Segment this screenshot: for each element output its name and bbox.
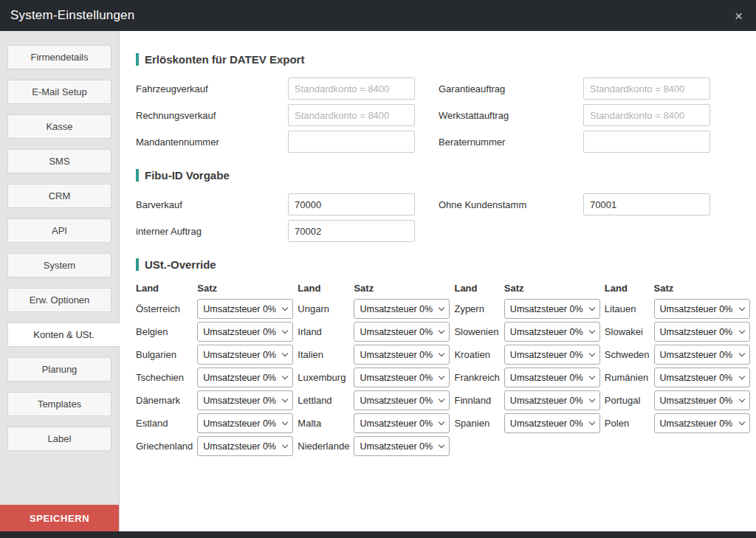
sidebar-item-planung[interactable]: Planung — [7, 357, 111, 382]
ust-country-label: Belgien — [136, 326, 193, 337]
ust-country-label: Luxemburg — [298, 372, 349, 383]
field-rechnungsverkauf[interactable] — [288, 104, 415, 126]
ust-rate-select-ungarn[interactable]: Umsatzsteuer 0% — [354, 299, 450, 319]
section-ust: USt.-Override LandSatzLandSatzLandSatzLa… — [136, 258, 746, 456]
ust-country-label: Bulgarien — [136, 349, 193, 360]
field-beraternummer[interactable] — [583, 131, 710, 153]
accent-bar — [136, 53, 139, 66]
ust-country-label: Kroatien — [454, 349, 499, 360]
window-bottom-edge — [0, 531, 756, 538]
ust-rate-select-sterreich[interactable]: Umsatzsteuer 0% — [197, 299, 293, 319]
ust-country-label: Lettland — [298, 395, 349, 406]
close-icon[interactable]: × — [733, 7, 744, 24]
ust-rate-select-kroatien[interactable]: Umsatzsteuer 0% — [504, 345, 600, 365]
field-interner-auftrag[interactable] — [288, 220, 415, 242]
ust-satz-header: Satz — [504, 283, 600, 296]
section-title-text: Erlöskonten für DATEV Export — [145, 53, 304, 66]
ust-country-label: Malta — [298, 418, 349, 429]
ust-land-header: Land — [605, 283, 650, 296]
ust-rate-select-d-nemark[interactable]: Umsatzsteuer 0% — [197, 390, 293, 410]
ust-country-label: Frankreich — [454, 372, 499, 383]
sidebar-item-label[interactable]: Label — [7, 427, 111, 451]
field-label: interner Auftrag — [136, 226, 288, 237]
sidebar: FirmendetailsE-Mail SetupKasseSMSCRMAPIS… — [0, 31, 120, 531]
ust-land-header: Land — [136, 283, 193, 296]
ust-country-label: Rumänien — [605, 372, 650, 383]
ust-rate-select-italien[interactable]: Umsatzsteuer 0% — [354, 345, 450, 365]
accent-bar — [136, 169, 139, 182]
section-title-datev: Erlöskonten für DATEV Export — [136, 53, 746, 66]
field-label: Rechnungsverkauf — [136, 110, 288, 121]
ust-rate-select-lettland[interactable]: Umsatzsteuer 0% — [354, 390, 450, 410]
field-label: Fahrzeugverkauf — [136, 83, 288, 94]
ust-rate-select-bulgarien[interactable]: Umsatzsteuer 0% — [197, 345, 293, 365]
ust-country-label: Irland — [298, 326, 349, 337]
sidebar-item-sms[interactable]: SMS — [7, 149, 111, 173]
ust-country-label: Zypern — [454, 303, 499, 314]
ust-grid: LandSatzLandSatzLandSatzLandSatzÖsterrei… — [136, 283, 746, 456]
sidebar-item-api[interactable]: API — [7, 218, 111, 243]
sidebar-item-templates[interactable]: Templates — [7, 392, 111, 416]
ust-country-label: Finnland — [454, 395, 499, 406]
ust-rate-select-niederlande[interactable]: Umsatzsteuer 0% — [354, 436, 450, 456]
ust-rate-select-belgien[interactable]: Umsatzsteuer 0% — [197, 322, 293, 342]
sidebar-item-system[interactable]: System — [7, 253, 111, 277]
ust-rate-select-finnland[interactable]: Umsatzsteuer 0% — [504, 390, 600, 410]
sidebar-item-kasse[interactable]: Kasse — [7, 114, 111, 139]
ust-rate-select-estland[interactable]: Umsatzsteuer 0% — [197, 413, 293, 433]
sidebar-item-email-setup[interactable]: E-Mail Setup — [7, 80, 111, 104]
ust-land-header: Land — [298, 283, 349, 296]
ust-country-label: Schweden — [605, 349, 650, 360]
ust-country-label: Slowakei — [605, 326, 650, 337]
sidebar-item-firmendetails[interactable]: Firmendetails — [7, 45, 111, 69]
ust-country-label: Slowenien — [454, 326, 499, 337]
ust-country-label: Niederlande — [298, 441, 349, 452]
ust-rate-select-frankreich[interactable]: Umsatzsteuer 0% — [504, 368, 600, 387]
section-title-text: Fibu-ID Vorgabe — [145, 169, 230, 182]
window-title: System-Einstellungen — [10, 8, 733, 23]
field-label: Werkstattauftrag — [439, 110, 583, 121]
field-fahrzeugverkauf[interactable] — [288, 77, 415, 100]
ust-country-label: Griechenland — [136, 441, 193, 452]
titlebar: System-Einstellungen × — [0, 0, 756, 31]
ust-rate-select-portugal[interactable]: Umsatzsteuer 0% — [654, 390, 750, 410]
ust-satz-header: Satz — [197, 283, 293, 296]
ust-country-label: Litauen — [605, 303, 650, 314]
field-barverkauf[interactable] — [288, 193, 415, 215]
field-mandantennummer[interactable] — [288, 131, 415, 153]
ust-country-label: Tschechien — [136, 372, 193, 383]
ust-rate-select-irland[interactable]: Umsatzsteuer 0% — [354, 322, 450, 342]
ust-rate-select-polen[interactable]: Umsatzsteuer 0% — [654, 413, 750, 433]
ust-land-header: Land — [454, 283, 499, 296]
section-fibu: Fibu-ID Vorgabe BarverkaufOhne Kundensta… — [136, 169, 746, 242]
ust-rate-select-luxemburg[interactable]: Umsatzsteuer 0% — [354, 368, 450, 387]
field-garantieauftrag[interactable] — [583, 77, 710, 100]
ust-rate-select-malta[interactable]: Umsatzsteuer 0% — [354, 413, 450, 433]
ust-satz-header: Satz — [654, 283, 750, 296]
main-content: Erlöskonten für DATEV Export Fahrzeugver… — [120, 31, 756, 531]
sidebar-nav: FirmendetailsE-Mail SetupKasseSMSCRMAPIS… — [0, 40, 119, 505]
ust-rate-select-slowenien[interactable]: Umsatzsteuer 0% — [504, 322, 600, 342]
field-label: Garantieauftrag — [439, 83, 583, 94]
ust-rate-select-slowakei[interactable]: Umsatzsteuer 0% — [654, 322, 750, 342]
ust-rate-select-spanien[interactable]: Umsatzsteuer 0% — [504, 413, 600, 433]
sidebar-item-crm[interactable]: CRM — [7, 184, 111, 208]
ust-rate-select-griechenland[interactable]: Umsatzsteuer 0% — [197, 436, 293, 456]
field-werkstattauftrag[interactable] — [583, 104, 710, 126]
ust-rate-select-rum-nien[interactable]: Umsatzsteuer 0% — [654, 368, 750, 387]
ust-rate-select-zypern[interactable]: Umsatzsteuer 0% — [504, 299, 600, 319]
field-label: Ohne Kundenstamm — [439, 199, 583, 210]
datev-form: FahrzeugverkaufGarantieauftragRechnungsv… — [136, 77, 746, 153]
ust-rate-select-tschechien[interactable]: Umsatzsteuer 0% — [197, 368, 293, 387]
ust-rate-select-litauen[interactable]: Umsatzsteuer 0% — [654, 299, 750, 319]
ust-country-label: Spanien — [454, 418, 499, 429]
save-button[interactable]: SPEICHERN — [0, 505, 119, 531]
sidebar-item-erw-optionen[interactable]: Erw. Optionen — [7, 288, 111, 312]
section-title-fibu: Fibu-ID Vorgabe — [136, 169, 746, 182]
field-label: Barverkauf — [136, 199, 288, 210]
sidebar-item-konten-ust[interactable]: Konten & USt. — [7, 323, 120, 347]
field-ohne-kundenstamm[interactable] — [583, 193, 710, 215]
ust-rate-select-schweden[interactable]: Umsatzsteuer 0% — [654, 345, 750, 365]
ust-country-label: Polen — [605, 418, 650, 429]
field-label: Beraternummer — [439, 137, 583, 148]
